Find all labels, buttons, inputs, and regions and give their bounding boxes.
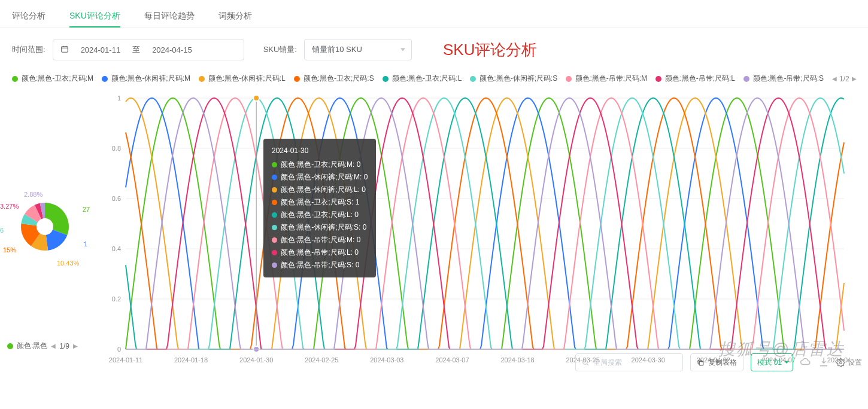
copy-table-button[interactable]: 复制表格	[690, 353, 743, 371]
chart-legend: 颜色:黑色-卫衣;尺码:M颜色:黑色-休闲裤;尺码:M颜色:黑色-休闲裤;尺码:…	[0, 71, 868, 86]
mode-label: 模式 01	[757, 358, 782, 368]
calendar-icon	[60, 45, 69, 55]
svg-text:10.43%: 10.43%	[57, 260, 80, 267]
sales-label: SKU销量:	[263, 44, 297, 55]
legend-item[interactable]: 颜色:黑色-卫衣;尺码:L	[383, 74, 462, 84]
footer-toolbar: 全局搜索 复制表格 模式 01 设置	[575, 353, 862, 371]
date-range-label: 时间范围:	[12, 44, 45, 55]
download-icon[interactable]	[818, 356, 829, 369]
dot-icon	[199, 76, 205, 82]
chevron-right-icon[interactable]: ▶	[852, 75, 857, 82]
date-sep: 至	[132, 44, 140, 55]
dot-icon	[7, 343, 13, 349]
dot-icon	[470, 76, 476, 82]
legend-item[interactable]: 颜色:黑色-卫衣;尺码:M	[12, 74, 93, 84]
svg-point-1	[37, 218, 53, 235]
legend-label: 颜色:黑色-卫衣;尺码:S	[304, 74, 374, 84]
page-title: SKU评论分析	[443, 39, 537, 60]
svg-text:0.8: 0.8	[112, 145, 121, 152]
svg-text:6: 6	[0, 227, 4, 234]
svg-text:2024-01-18: 2024-01-18	[174, 356, 208, 364]
chart-tooltip: 2024-01-30颜色:黑色-卫衣;尺码:M: 0颜色:黑色-休闲裤;尺码:M…	[263, 139, 376, 277]
svg-rect-0	[61, 46, 68, 51]
svg-text:2.88%: 2.88%	[24, 191, 43, 198]
svg-text:0: 0	[117, 346, 121, 353]
legend-label: 颜色:黑色-休闲裤;尺码:S	[479, 74, 557, 84]
tab-daily-trend[interactable]: 每日评论趋势	[144, 6, 195, 28]
legend-label: 颜色:黑色-休闲裤;尺码:M	[111, 74, 190, 84]
search-placeholder: 全局搜索	[593, 358, 622, 368]
svg-point-37	[583, 359, 588, 364]
line-chart[interactable]: 00.20.40.60.812024-01-112024-01-182024-0…	[108, 92, 850, 373]
global-search[interactable]: 全局搜索	[575, 353, 683, 371]
svg-rect-38	[700, 361, 704, 365]
sku-sales-select[interactable]: 销量前10 SKU	[304, 39, 412, 60]
svg-text:2024-03-18: 2024-03-18	[500, 356, 534, 364]
mode-select[interactable]: 模式 01	[751, 353, 793, 371]
dot-icon	[102, 76, 108, 82]
legend-item[interactable]: 颜色:黑色-休闲裤;尺码:L	[199, 74, 286, 84]
legend-label: 颜色:黑色-吊带;尺码:S	[753, 74, 824, 84]
pie-chart: 27110.43%15%63.27%2.88%	[0, 176, 102, 279]
svg-text:0.6: 0.6	[112, 195, 121, 202]
dot-icon	[12, 76, 18, 82]
chevron-right-icon[interactable]: ▶	[73, 343, 78, 349]
pie-legend-pager: 1/9	[59, 342, 69, 350]
date-to: 2024-04-15	[152, 45, 192, 54]
tab-word-freq[interactable]: 词频分析	[218, 6, 252, 28]
cloud-icon[interactable]	[800, 356, 811, 369]
svg-text:1: 1	[84, 240, 87, 248]
legend-item[interactable]: 颜色:黑色-休闲裤;尺码:S	[470, 74, 557, 84]
svg-point-39	[840, 361, 842, 364]
svg-text:1: 1	[117, 94, 121, 102]
svg-point-22	[253, 95, 259, 101]
svg-text:0.4: 0.4	[112, 245, 121, 252]
tab-review-analysis[interactable]: 评论分析	[12, 6, 45, 28]
settings-button[interactable]: 设置	[836, 358, 862, 368]
tab-sku-review[interactable]: SKU评论分析	[69, 6, 120, 28]
pie-legend: 颜色:黑色 ◀ 1/9 ▶	[2, 337, 83, 355]
svg-text:0.2: 0.2	[112, 295, 121, 303]
legend-item[interactable]: 颜色:黑色-吊带;尺码:S	[743, 74, 824, 84]
tabs: 评论分析 SKU评论分析 每日评论趋势 词频分析	[0, 0, 868, 28]
chart-area: 27110.43%15%63.27%2.88% 00.20.40.60.8120…	[108, 92, 856, 375]
dot-icon	[566, 76, 572, 82]
settings-label: 设置	[848, 358, 862, 368]
svg-text:27: 27	[83, 206, 90, 213]
svg-text:2024-03-07: 2024-03-07	[435, 356, 469, 364]
legend-item[interactable]: 颜色:黑色-吊带;尺码:M	[566, 74, 647, 84]
svg-text:2024-01-30: 2024-01-30	[239, 356, 273, 364]
legend-item[interactable]: 颜色:黑色-吊带;尺码:L	[655, 74, 735, 84]
dot-icon	[743, 76, 749, 82]
pie-legend-label: 颜色:黑色	[17, 341, 47, 351]
legend-pager: ◀1/2▶	[832, 75, 857, 83]
chevron-left-icon[interactable]: ◀	[832, 75, 837, 82]
legend-label: 颜色:黑色-吊带;尺码:L	[665, 74, 735, 84]
filter-bar: 时间范围: 2024-01-11 至 2024-04-15 SKU销量: 销量前…	[0, 28, 868, 71]
legend-item[interactable]: 颜色:黑色-休闲裤;尺码:M	[102, 74, 190, 84]
date-range-picker[interactable]: 2024-01-11 至 2024-04-15	[53, 39, 244, 60]
date-from: 2024-01-11	[81, 45, 121, 54]
dot-icon	[383, 76, 389, 82]
gear-icon	[836, 358, 845, 367]
search-icon	[582, 359, 590, 367]
chevron-left-icon[interactable]: ◀	[51, 343, 56, 349]
copy-icon	[697, 359, 705, 367]
svg-text:3.27%: 3.27%	[0, 203, 19, 210]
legend-label: 颜色:黑色-卫衣;尺码:L	[392, 74, 462, 84]
legend-label: 颜色:黑色-休闲裤;尺码:L	[208, 74, 286, 84]
legend-label: 颜色:黑色-卫衣;尺码:M	[22, 74, 93, 84]
dot-icon	[655, 76, 661, 82]
copy-label: 复制表格	[708, 358, 737, 368]
dot-icon	[294, 76, 300, 82]
legend-label: 颜色:黑色-吊带;尺码:M	[575, 74, 647, 84]
svg-text:15%: 15%	[3, 246, 16, 254]
svg-text:2024-02-25: 2024-02-25	[305, 356, 338, 364]
svg-text:2024-03-03: 2024-03-03	[370, 356, 403, 364]
sku-sales-value: 销量前10 SKU	[312, 44, 362, 55]
svg-text:2024-01-11: 2024-01-11	[109, 356, 142, 364]
legend-item[interactable]: 颜色:黑色-卫衣;尺码:S	[294, 74, 374, 84]
